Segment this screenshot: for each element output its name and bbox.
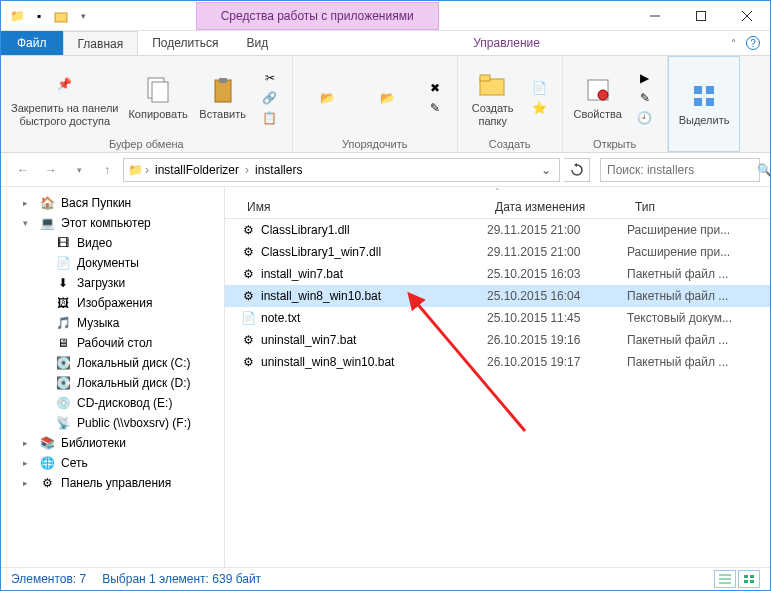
search-input[interactable] bbox=[607, 163, 757, 177]
file-date: 25.10.2015 16:03 bbox=[487, 267, 627, 281]
nav-tree[interactable]: ▸🏠Вася Пупкин▾💻Этот компьютер🎞Видео📄Доку… bbox=[1, 187, 225, 567]
view-details-button[interactable] bbox=[714, 570, 736, 588]
file-row[interactable]: ⚙uninstall_win8_win10.bat26.10.2015 19:1… bbox=[225, 351, 770, 373]
easy-access-icon[interactable]: ⭐ bbox=[528, 100, 552, 116]
svg-rect-15 bbox=[694, 98, 702, 106]
breadcrumb-sep[interactable]: › bbox=[243, 163, 251, 177]
tree-node-label: Панель управления bbox=[61, 476, 171, 490]
twisty-icon[interactable]: ▸ bbox=[23, 198, 33, 208]
tab-view[interactable]: Вид bbox=[232, 31, 282, 55]
bat-icon: ⚙ bbox=[239, 354, 257, 370]
nav-history-dropdown[interactable]: ▾ bbox=[67, 158, 91, 182]
twisty-icon[interactable]: ▸ bbox=[23, 458, 33, 468]
tree-node[interactable]: ▾💻Этот компьютер bbox=[3, 213, 222, 233]
ribbon-group-open: Свойства ▶ ✎ 🕘 Открыть bbox=[563, 56, 668, 152]
tree-node[interactable]: 🎵Музыка bbox=[3, 313, 222, 333]
tree-node[interactable]: 🎞Видео bbox=[3, 233, 222, 253]
new-item-icon[interactable]: 📄 bbox=[528, 80, 552, 96]
breadcrumb-sep[interactable]: › bbox=[143, 163, 151, 177]
search-box[interactable]: 🔍 bbox=[600, 158, 760, 182]
refresh-button[interactable] bbox=[564, 158, 590, 182]
tree-node[interactable]: 📄Документы bbox=[3, 253, 222, 273]
address-dropdown-icon[interactable]: ⌄ bbox=[537, 163, 555, 177]
pc-icon: 💻 bbox=[39, 215, 55, 231]
minimize-button[interactable] bbox=[632, 1, 678, 31]
maximize-button[interactable] bbox=[678, 1, 724, 31]
network-icon: 🌐 bbox=[39, 455, 55, 471]
file-row[interactable]: ⚙install_win8_win10.bat25.10.2015 16:04П… bbox=[225, 285, 770, 307]
edit-icon[interactable]: ✎ bbox=[633, 90, 657, 106]
selectall-button[interactable]: Выделить bbox=[679, 80, 730, 126]
ribbon-group-organize: 📂 📂 ✖ ✎ Упорядочить bbox=[293, 56, 458, 152]
bat-icon: ⚙ bbox=[239, 288, 257, 304]
paste-icon bbox=[207, 74, 239, 106]
twisty-icon[interactable]: ▸ bbox=[23, 478, 33, 488]
newfolder-button[interactable]: Создать папку bbox=[468, 68, 518, 126]
qat-properties-icon[interactable]: ▪ bbox=[31, 8, 47, 24]
view-icons-button[interactable] bbox=[738, 570, 760, 588]
file-date: 26.10.2015 19:17 bbox=[487, 355, 627, 369]
cut-icon[interactable]: ✂ bbox=[258, 70, 282, 86]
qat-newfolder-icon[interactable] bbox=[53, 8, 69, 24]
twisty-icon[interactable]: ▸ bbox=[23, 438, 33, 448]
tab-manage[interactable]: Управление bbox=[459, 31, 554, 55]
history-icon[interactable]: 🕘 bbox=[633, 110, 657, 126]
dll-icon: ⚙ bbox=[239, 244, 257, 260]
nav-back-button[interactable]: ← bbox=[11, 158, 35, 182]
breadcrumb-seg-2[interactable]: installers bbox=[251, 163, 306, 177]
svg-rect-21 bbox=[744, 575, 748, 578]
moveto-button[interactable]: 📂 bbox=[303, 82, 353, 114]
column-name[interactable]: Имя bbox=[239, 200, 487, 214]
nav-up-button[interactable]: ↑ bbox=[95, 158, 119, 182]
open-icon[interactable]: ▶ bbox=[633, 70, 657, 86]
tree-node-label: Этот компьютер bbox=[61, 216, 151, 230]
file-row[interactable]: ⚙uninstall_win7.bat26.10.2015 19:16Пакет… bbox=[225, 329, 770, 351]
file-row[interactable]: ⚙ClassLibrary1.dll29.11.2015 21:00Расшир… bbox=[225, 219, 770, 241]
tree-node-label: Библиотеки bbox=[61, 436, 126, 450]
libs-icon: 📚 bbox=[39, 435, 55, 451]
cpanel-icon: ⚙ bbox=[39, 475, 55, 491]
breadcrumb-seg-1[interactable]: installFolderizer bbox=[151, 163, 243, 177]
rename-icon[interactable]: ✎ bbox=[423, 100, 447, 116]
nav-forward-button[interactable]: → bbox=[39, 158, 63, 182]
tree-node[interactable]: ▸🏠Вася Пупкин bbox=[3, 193, 222, 213]
tree-node[interactable]: 🖥Рабочий стол bbox=[3, 333, 222, 353]
file-row[interactable]: ⚙ClassLibrary1_win7.dll29.11.2015 21:00Р… bbox=[225, 241, 770, 263]
file-rows[interactable]: ⚙ClassLibrary1.dll29.11.2015 21:00Расшир… bbox=[225, 219, 770, 567]
tab-home[interactable]: Главная bbox=[63, 31, 139, 55]
svg-rect-14 bbox=[706, 86, 714, 94]
column-type[interactable]: Тип bbox=[627, 200, 747, 214]
navbar: ← → ▾ ↑ 📁 › installFolderizer › installe… bbox=[1, 153, 770, 187]
close-button[interactable] bbox=[724, 1, 770, 31]
address-bar[interactable]: 📁 › installFolderizer › installers ⌄ bbox=[123, 158, 560, 182]
paste-button[interactable]: Вставить bbox=[198, 74, 248, 120]
delete-icon[interactable]: ✖ bbox=[423, 80, 447, 96]
column-date[interactable]: Дата изменения bbox=[487, 200, 627, 214]
tree-node-label: Локальный диск (C:) bbox=[77, 356, 191, 370]
properties-button[interactable]: Свойства bbox=[573, 74, 623, 120]
ribbon-group-select: Выделить bbox=[668, 56, 741, 152]
tree-node[interactable]: 💿CD-дисковод (E:) bbox=[3, 393, 222, 413]
qat-dropdown-icon[interactable]: ▾ bbox=[75, 8, 91, 24]
tree-node[interactable]: 💽Локальный диск (C:) bbox=[3, 353, 222, 373]
tree-node[interactable]: 📡Public (\\vboxsrv) (F:) bbox=[3, 413, 222, 433]
tree-node[interactable]: 🖼Изображения bbox=[3, 293, 222, 313]
tree-node[interactable]: ▸🌐Сеть bbox=[3, 453, 222, 473]
tab-file[interactable]: Файл bbox=[1, 31, 63, 55]
copy-path-icon[interactable]: 🔗 bbox=[258, 90, 282, 106]
pin-button[interactable]: 📌 Закрепить на панели быстрого доступа bbox=[11, 68, 118, 126]
tree-node[interactable]: ▸⚙Панель управления bbox=[3, 473, 222, 493]
ribbon-collapse-icon[interactable]: ˄ bbox=[731, 38, 736, 49]
tab-share[interactable]: Поделиться bbox=[138, 31, 232, 55]
twisty-icon[interactable]: ▾ bbox=[23, 218, 33, 228]
tree-node[interactable]: 💽Локальный диск (D:) bbox=[3, 373, 222, 393]
file-row[interactable]: 📄note.txt25.10.2015 11:45Текстовый докум… bbox=[225, 307, 770, 329]
file-row[interactable]: ⚙install_win7.bat25.10.2015 16:03Пакетны… bbox=[225, 263, 770, 285]
copyto-button[interactable]: 📂 bbox=[363, 82, 413, 114]
copy-button[interactable]: Копировать bbox=[128, 74, 187, 120]
help-icon[interactable]: ? bbox=[746, 36, 760, 50]
tree-node[interactable]: ⬇Загрузки bbox=[3, 273, 222, 293]
svg-rect-22 bbox=[750, 575, 754, 578]
tree-node[interactable]: ▸📚Библиотеки bbox=[3, 433, 222, 453]
paste-shortcut-icon[interactable]: 📋 bbox=[258, 110, 282, 126]
